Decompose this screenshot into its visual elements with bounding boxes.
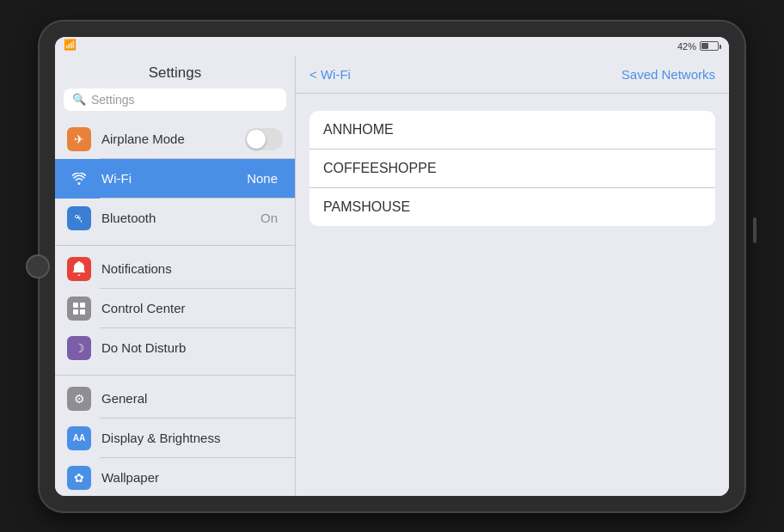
airplane-mode-icon: ✈	[67, 127, 91, 151]
settings-list: ✈ Airplane Mode	[55, 119, 295, 496]
network-item-pamshouse[interactable]: PAMSHOUSE	[309, 188, 715, 226]
search-icon: 🔍	[72, 93, 86, 106]
general-icon: ⚙	[67, 387, 91, 411]
settings-group-2: Notifications	[55, 245, 295, 368]
network-item-coffeeshoppe[interactable]: COFFEESHOPPE	[309, 150, 715, 188]
settings-item-display[interactable]: AA Display & Brightness	[55, 419, 295, 458]
general-label: General	[101, 391, 283, 406]
wifi-label: Wi-Fi	[101, 171, 247, 186]
network-item-annhome[interactable]: ANNHOME	[309, 111, 715, 150]
content-area: Settings 🔍 Settings ✈ Airplane Mode	[55, 56, 729, 496]
control-center-label: Control Center	[101, 301, 283, 315]
side-button[interactable]	[753, 217, 756, 243]
airplane-mode-toggle[interactable]	[245, 128, 283, 150]
settings-item-wallpaper[interactable]: ✿ Wallpaper	[55, 458, 295, 496]
control-center-icon	[67, 297, 91, 321]
search-bar[interactable]: 🔍 Settings	[64, 89, 286, 111]
bluetooth-label: Bluetooth	[101, 211, 260, 225]
settings-item-wifi[interactable]: Wi-Fi None	[55, 159, 295, 199]
bluetooth-value: On	[260, 211, 278, 225]
settings-group-1: ✈ Airplane Mode	[55, 119, 295, 238]
svg-rect-3	[80, 309, 85, 315]
right-panel: < Wi-Fi Saved Networks ANNHOME COFFEESHO…	[296, 56, 729, 496]
settings-item-do-not-disturb[interactable]: ☽ Do Not Disturb	[55, 328, 295, 368]
wifi-value: None	[247, 171, 278, 186]
device-screen: 📶 42% Settings 🔍 Settings	[55, 37, 729, 496]
bluetooth-icon: ⯲	[67, 206, 91, 230]
wallpaper-icon: ✿	[67, 466, 91, 490]
search-input[interactable]: Settings	[91, 93, 135, 107]
back-button[interactable]: < Wi-Fi	[309, 67, 351, 82]
settings-item-airplane-mode[interactable]: ✈ Airplane Mode	[55, 119, 295, 159]
notifications-icon	[67, 257, 91, 281]
networks-list: ANNHOME COFFEESHOPPE PAMSHOUSE	[309, 111, 715, 226]
notifications-label: Notifications	[101, 261, 283, 276]
do-not-disturb-icon: ☽	[67, 336, 91, 360]
display-icon: AA	[67, 426, 91, 450]
right-header: < Wi-Fi Saved Networks	[296, 56, 729, 94]
settings-item-bluetooth[interactable]: ⯲ Bluetooth On	[55, 199, 295, 238]
do-not-disturb-label: Do Not Disturb	[101, 340, 283, 355]
battery-icon	[700, 41, 719, 51]
left-panel-title: Settings	[149, 64, 201, 81]
status-bar: 📶 42%	[55, 37, 729, 56]
status-bar-right: 42%	[677, 41, 719, 52]
airplane-mode-label: Airplane Mode	[101, 131, 245, 146]
settings-item-general[interactable]: ⚙ General	[55, 379, 295, 419]
svg-rect-0	[73, 303, 78, 308]
settings-item-notifications[interactable]: Notifications	[55, 249, 295, 289]
status-bar-left: 📶	[64, 39, 77, 51]
svg-rect-1	[80, 303, 85, 308]
battery-percentage: 42%	[677, 41, 696, 52]
settings-group-3: ⚙ General AA Display & Brightness ✿ Wall…	[55, 375, 295, 496]
home-button[interactable]	[26, 254, 50, 278]
saved-networks-button[interactable]: Saved Networks	[622, 67, 715, 82]
display-label: Display & Brightness	[101, 431, 283, 445]
wifi-status-icon: 📶	[64, 39, 77, 51]
left-panel: Settings 🔍 Settings ✈ Airplane Mode	[55, 56, 296, 496]
left-header: Settings	[55, 56, 295, 89]
settings-item-control-center[interactable]: Control Center	[55, 289, 295, 328]
svg-rect-2	[73, 309, 78, 315]
wifi-icon	[67, 167, 91, 191]
device-frame: 📶 42% Settings 🔍 Settings	[40, 21, 744, 511]
wallpaper-label: Wallpaper	[101, 470, 283, 485]
